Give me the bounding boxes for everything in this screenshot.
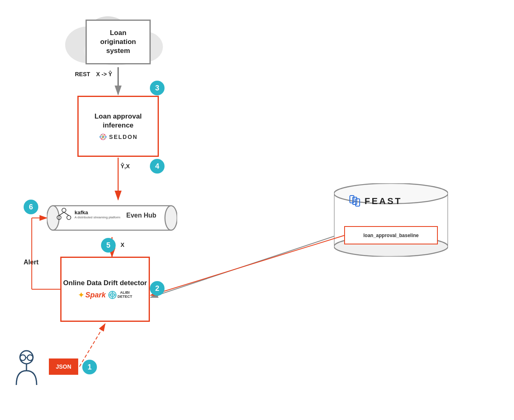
inference-box: Loan approval inference SELDON [77, 96, 159, 157]
spark-star: ✦ [78, 290, 85, 300]
badge-2: 2 [150, 281, 165, 296]
feast-icon [348, 195, 361, 208]
rest-label: REST [75, 71, 90, 77]
kafka-text: kafka [75, 209, 121, 215]
feast-logo: FEAST [348, 195, 402, 208]
seldon-logo: SELDON [99, 133, 138, 141]
svg-rect-39 [350, 196, 354, 203]
svg-point-21 [105, 136, 107, 138]
badge-5: 5 [101, 238, 116, 253]
svg-point-45 [20, 355, 26, 361]
even-hub-label: Even Hub [126, 212, 156, 219]
badge-4: 4 [150, 159, 165, 174]
y-hat-x-label: Ŷ,X [121, 163, 130, 169]
baseline-label: loan_approval_baseline [363, 233, 419, 238]
svg-rect-40 [353, 197, 357, 205]
alibi-icon [108, 291, 116, 299]
svg-line-31 [64, 212, 69, 215]
badge-3: 3 [150, 81, 165, 95]
seldon-icon [99, 133, 108, 141]
svg-line-30 [59, 212, 64, 215]
svg-point-20 [99, 136, 101, 138]
svg-line-9 [151, 236, 334, 297]
inference-label: Loan approval inference [79, 112, 158, 130]
badge-6: 6 [24, 200, 38, 214]
alert-label: Alert [24, 259, 38, 266]
drift-logos: ✦ Spark ALIBI DETECT [78, 290, 132, 300]
baseline-box: loan_approval_baseline [344, 226, 438, 244]
feast-database [334, 183, 448, 257]
drift-detector-label: Online Data Drift detector [63, 279, 147, 288]
spark-text: Spark [85, 291, 105, 299]
architecture-diagram: Loan origination system REST X -> Ŷ 3 Lo… [0, 0, 514, 420]
svg-point-26 [57, 215, 61, 220]
alibi-text: ALIBI DETECT [118, 291, 132, 299]
drift-detector-box: Online Data Drift detector ✦ Spark ALIBI… [60, 257, 150, 322]
badge-1: 1 [82, 360, 97, 374]
seldon-text: SELDON [109, 134, 138, 140]
loan-origination-box: Loan origination system [86, 20, 151, 64]
svg-point-46 [27, 355, 33, 361]
json-box: JSON [49, 358, 78, 375]
svg-point-27 [67, 215, 71, 220]
svg-point-25 [62, 208, 66, 212]
svg-rect-41 [356, 199, 360, 206]
svg-point-24 [165, 206, 177, 230]
kafka-subtitle: A distributed streaming platform [75, 215, 121, 219]
x-label: X [121, 242, 124, 248]
loan-origination-label: Loan origination system [100, 29, 136, 55]
svg-line-43 [151, 235, 344, 295]
kafka-icon [55, 207, 73, 222]
person-icon [12, 348, 41, 389]
kafka-logo: kafka A distributed streaming platform [55, 207, 121, 222]
feast-text: FEAST [365, 196, 402, 207]
json-label: JSON [56, 363, 71, 370]
x-to-y-label: X -> Ŷ [96, 71, 112, 77]
